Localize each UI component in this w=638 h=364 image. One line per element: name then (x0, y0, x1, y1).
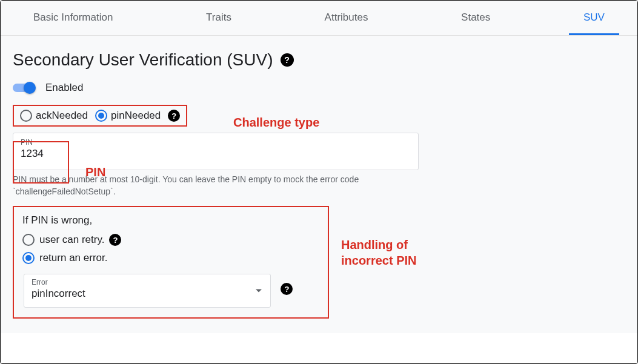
pin-field-label: PIN (21, 138, 411, 147)
radio-ackneeded[interactable] (20, 110, 32, 122)
radio-user-can-retry[interactable] (22, 234, 35, 246)
tab-basic-information[interactable]: Basic Information (19, 1, 127, 35)
annotation-pin: PIN (85, 165, 105, 179)
radio-pinneeded-label: pinNeeded (111, 110, 161, 122)
pin-input[interactable] (21, 148, 411, 160)
content-area: Secondary User Verification (SUV) ? Enab… (1, 36, 637, 333)
radio-return-error[interactable] (22, 252, 35, 264)
tab-suv[interactable]: SUV (569, 1, 619, 35)
radio-ackneeded-label: ackNeeded (36, 110, 88, 122)
enabled-toggle[interactable] (13, 82, 39, 94)
error-select[interactable]: Error pinIncorrect (24, 274, 271, 308)
page-title: Secondary User Verification (SUV) (13, 50, 273, 70)
pin-field[interactable]: PIN (13, 133, 419, 170)
help-icon[interactable]: ? (109, 234, 121, 246)
chevron-down-icon (256, 290, 262, 293)
radio-user-can-retry-label: user can retry. (39, 234, 104, 246)
radio-pinneeded[interactable] (95, 110, 107, 122)
annotation-challenge-type: Challenge type (233, 116, 319, 130)
challenge-type-group: ackNeeded pinNeeded ? (13, 105, 187, 127)
annotation-incorrect-pin: Handling of incorrect PIN (341, 237, 416, 268)
help-icon[interactable]: ? (281, 53, 294, 67)
wrong-pin-title: If PIN is wrong, (22, 214, 319, 227)
tab-attributes[interactable]: Attributes (310, 1, 383, 35)
help-icon[interactable]: ? (168, 110, 180, 122)
wrong-pin-section: If PIN is wrong, user can retry. ? retur… (13, 206, 329, 319)
tab-states[interactable]: States (447, 1, 505, 35)
error-select-label: Error (32, 278, 263, 286)
radio-return-error-label: return an error. (39, 252, 107, 264)
pin-hint-text: PIN must be a number at most 10-digit. Y… (13, 174, 413, 197)
enabled-toggle-label: Enabled (45, 82, 83, 94)
help-icon[interactable]: ? (281, 283, 293, 295)
error-select-value: pinIncorrect (32, 288, 263, 300)
tab-traits[interactable]: Traits (191, 1, 246, 35)
tab-bar: Basic Information Traits Attributes Stat… (1, 1, 637, 36)
